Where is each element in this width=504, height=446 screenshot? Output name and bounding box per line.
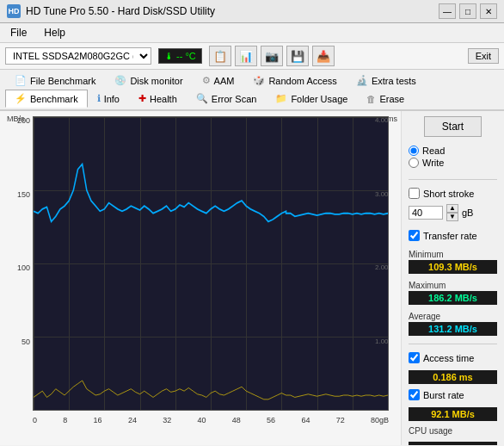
folder-usage-icon: 📁 — [275, 93, 287, 104]
tabs-container: 📄 File Benchmark 💿 Disk monitor ⚙ AAM 🎲 … — [0, 70, 504, 111]
app-icon: HD — [7, 4, 21, 18]
transfer-rate-checkbox[interactable] — [409, 230, 420, 241]
menu-file[interactable]: File — [7, 25, 30, 40]
burst-rate-checkbox[interactable] — [409, 389, 420, 400]
burst-rate-checkbox-label[interactable]: Burst rate — [409, 389, 497, 400]
health-icon: ✚ — [138, 93, 146, 104]
toolbar-icon-5[interactable]: 📥 — [312, 46, 335, 66]
tab-folder-usage[interactable]: 📁 Folder Usage — [266, 90, 357, 108]
tab-health[interactable]: ✚ Health — [129, 90, 187, 108]
minimize-button[interactable]: — — [439, 3, 456, 19]
main-area: MB/s ms 200 150 100 50 — [0, 111, 504, 445]
toolbar-icon-1[interactable]: 📋 — [209, 46, 231, 66]
short-stroke-checkbox[interactable] — [409, 188, 420, 199]
minimum-value: 109.3 MB/s — [409, 260, 497, 274]
spin-down-button[interactable]: ▼ — [446, 213, 458, 221]
cpu-usage-value: 0.8% — [409, 442, 497, 445]
title-bar: HD HD Tune Pro 5.50 - Hard Disk/SSD Util… — [0, 0, 504, 23]
gb-label: gB — [462, 208, 473, 218]
maximize-button[interactable]: □ — [459, 3, 476, 19]
thermometer-icon: 🌡 — [164, 51, 174, 61]
close-button[interactable]: ✕ — [480, 3, 497, 19]
minimum-block: Minimum 109.3 MB/s — [409, 250, 497, 274]
tab-aam[interactable]: ⚙ AAM — [193, 71, 244, 90]
start-button[interactable]: Start — [424, 116, 482, 137]
drive-select[interactable]: INTEL SSDSA2M080G2GC (80 gB) — [5, 47, 151, 65]
error-scan-icon: 🔍 — [196, 93, 208, 104]
average-value: 131.2 MB/s — [409, 322, 497, 336]
tab-file-benchmark[interactable]: 📄 File Benchmark — [5, 71, 105, 90]
tab-disk-monitor[interactable]: 💿 Disk monitor — [105, 71, 192, 90]
y-axis-left: 200 150 100 50 — [7, 116, 33, 411]
aam-icon: ⚙ — [202, 75, 211, 86]
maximum-value: 186.2 MB/s — [409, 291, 497, 305]
chart-area: MB/s ms 200 150 100 50 — [0, 111, 401, 445]
transfer-rate-checkbox-label[interactable]: Transfer rate — [409, 230, 497, 241]
toolbar-icon-3[interactable]: 📷 — [261, 46, 283, 66]
short-stroke-checkbox-label[interactable]: Short stroke — [409, 188, 497, 199]
cpu-usage-label: CPU usage — [409, 426, 497, 436]
spin-row: ▲ ▼ gB — [409, 204, 497, 221]
exit-button[interactable]: Exit — [468, 48, 499, 64]
tab-benchmark[interactable]: ⚡ Benchmark — [5, 90, 88, 108]
chart-container: MB/s ms 200 150 100 50 — [7, 116, 397, 428]
burst-rate-label: Burst rate — [423, 390, 464, 400]
average-label: Average — [409, 312, 497, 321]
temp-value: -- °C — [176, 51, 196, 61]
maximum-block: Maximum 186.2 MB/s — [409, 281, 497, 305]
read-label: Read — [422, 146, 445, 156]
toolbar: INTEL SSDSA2M080G2GC (80 gB) 🌡 -- °C 📋 📊… — [0, 43, 504, 70]
burst-rate-value: 92.1 MB/s — [409, 407, 497, 421]
random-access-icon: 🎲 — [253, 75, 265, 86]
chart-svg — [34, 117, 388, 410]
transfer-rate-label: Transfer rate — [423, 231, 477, 241]
short-stroke-label: Short stroke — [423, 189, 474, 199]
erase-icon: 🗑 — [366, 94, 376, 104]
info-icon: ℹ — [97, 93, 101, 104]
read-write-group: Read Write — [409, 146, 497, 168]
access-time-label: Access time — [423, 353, 474, 363]
y-axis-right: 4.00 3.00 2.00 1.00 — [373, 116, 397, 411]
tab-error-scan[interactable]: 🔍 Error Scan — [187, 90, 267, 108]
disk-monitor-icon: 💿 — [114, 75, 126, 86]
read-radio-label[interactable]: Read — [409, 146, 497, 156]
maximum-label: Maximum — [409, 281, 497, 290]
toolbar-icon-2[interactable]: 📊 — [235, 46, 257, 66]
x-axis: 0 8 16 24 32 40 48 56 64 72 80gB — [33, 416, 389, 424]
temp-display: 🌡 -- °C — [158, 48, 202, 64]
spin-up-button[interactable]: ▲ — [446, 204, 458, 213]
write-label: Write — [422, 158, 444, 168]
menu-help[interactable]: Help — [40, 25, 69, 40]
write-radio-label[interactable]: Write — [409, 158, 497, 168]
access-time-value: 0.186 ms — [409, 370, 497, 384]
read-radio[interactable] — [409, 146, 419, 156]
tab-random-access[interactable]: 🎲 Random Access — [243, 71, 346, 90]
average-block: Average 131.2 MB/s — [409, 312, 497, 336]
tabs-row2: ⚡ Benchmark ℹ Info ✚ Health 🔍 Error Scan… — [0, 90, 504, 110]
access-time-checkbox[interactable] — [409, 352, 420, 363]
tab-info[interactable]: ℹ Info — [88, 90, 129, 108]
write-radio[interactable] — [409, 158, 419, 168]
benchmark-icon: ⚡ — [15, 93, 27, 104]
sidebar: Start Read Write Short stroke ▲ ▼ gB — [401, 111, 504, 445]
tab-erase[interactable]: 🗑 Erase — [357, 90, 414, 108]
extra-tests-icon: 🔬 — [356, 75, 368, 86]
file-benchmark-icon: 📄 — [15, 75, 27, 86]
menu-bar: File Help — [0, 23, 504, 43]
spin-input[interactable] — [409, 206, 443, 220]
app-title: HD Tune Pro 5.50 - Hard Disk/SSD Utility — [26, 5, 215, 17]
toolbar-icon-4[interactable]: 💾 — [286, 46, 309, 66]
tab-extra-tests[interactable]: 🔬 Extra tests — [347, 71, 426, 90]
minimum-label: Minimum — [409, 250, 497, 259]
chart-inner — [33, 116, 389, 411]
tabs-row1: 📄 File Benchmark 💿 Disk monitor ⚙ AAM 🎲 … — [0, 70, 504, 90]
access-time-checkbox-label[interactable]: Access time — [409, 352, 497, 363]
